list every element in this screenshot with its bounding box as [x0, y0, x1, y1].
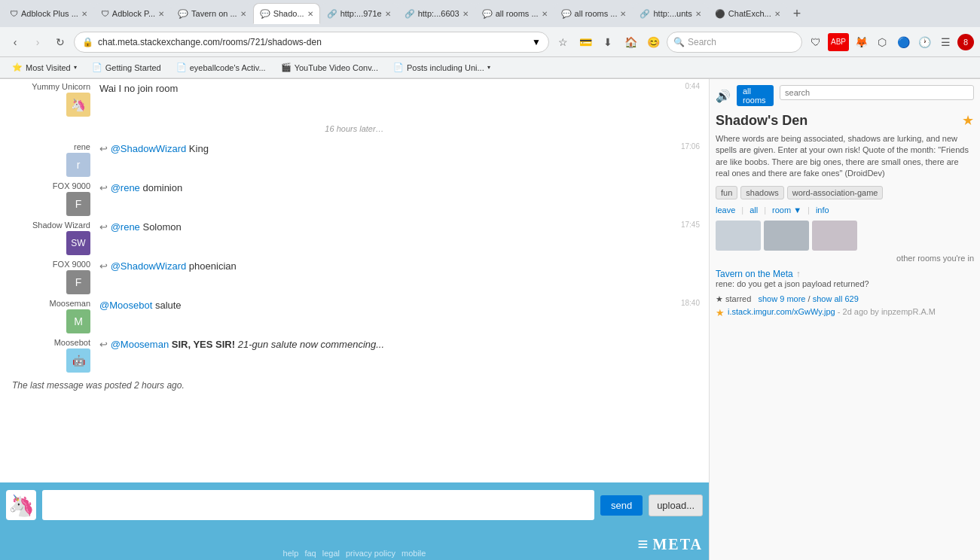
send-button[interactable]: send — [600, 495, 643, 516]
other-rooms-link[interactable]: other rooms you're in — [716, 254, 974, 263]
bookmark-label: eyeballcode's Activ... — [190, 63, 266, 72]
tab-shadows-den[interactable]: 💬 Shado... ✕ — [253, 3, 320, 24]
tab-allrooms2[interactable]: 💬 all rooms ... ✕ — [554, 3, 633, 24]
bookmark-icon: 📄 — [393, 62, 404, 72]
tab-close[interactable]: ✕ — [463, 10, 469, 18]
tab-close[interactable]: ✕ — [240, 10, 246, 18]
featured-room-link[interactable]: Tavern on the Meta — [716, 269, 793, 279]
message-body: ↩ @ShadowWizard phoenician — [96, 258, 703, 294]
chat-input[interactable] — [42, 490, 594, 520]
room-description: Where words are being associated, shadow… — [716, 133, 974, 180]
sidebar-search[interactable] — [780, 85, 974, 100]
tab-tavern[interactable]: 💬 Tavern on ... ✕ — [171, 3, 253, 24]
menu-button[interactable]: ☰ — [936, 33, 954, 51]
bookmark-icon: 📄 — [92, 62, 102, 72]
tab-label: all rooms ... — [575, 9, 618, 18]
faq-link[interactable]: faq — [304, 549, 316, 558]
reload-button[interactable]: ↻ — [51, 33, 69, 51]
page-content: Yummy Unicorn 🦄 0:44 Wai I no join room … — [0, 79, 980, 560]
tab-close[interactable]: ✕ — [81, 10, 87, 18]
tab-allrooms1[interactable]: 💬 all rooms ... ✕ — [475, 3, 554, 24]
bookmark-eyeballcode[interactable]: 📄 eyeballcode's Activ... — [170, 61, 272, 74]
url-bar[interactable]: 🔒 chat.meta.stackexchange.com/rooms/721/… — [74, 32, 549, 53]
avatar: F — [66, 270, 90, 294]
room-link[interactable]: room ▼ — [772, 205, 801, 215]
extension-icon1[interactable]: ⬡ — [873, 33, 891, 51]
tab-http1[interactable]: 🔗 http:...971e ✕ — [320, 3, 398, 24]
tab-close[interactable]: ✕ — [385, 10, 391, 18]
home-button[interactable]: 🏠 — [621, 33, 640, 51]
tab-close[interactable]: ✕ — [307, 10, 313, 18]
privacy-link[interactable]: privacy policy — [346, 549, 395, 558]
meta-logo: ≡ META — [637, 534, 703, 555]
address-bar: ‹ › ↻ 🔒 chat.meta.stackexchange.com/room… — [0, 27, 980, 57]
featured-room-name: Tavern on the Meta ↑ — [716, 269, 974, 279]
mobile-link[interactable]: mobile — [401, 549, 426, 558]
leave-link[interactable]: leave — [716, 205, 735, 215]
tab-http2[interactable]: 🔗 http:...6603 ✕ — [398, 3, 475, 24]
message-body: ↩ @rene dominion — [96, 180, 703, 216]
right-sidebar: 🔊 all rooms Shadow's Den ★ Where words a… — [709, 79, 980, 560]
link-separator: | — [741, 205, 743, 215]
tab-close[interactable]: ✕ — [158, 10, 164, 18]
upload-button[interactable]: upload... — [649, 495, 703, 516]
all-link[interactable]: all — [750, 205, 758, 215]
message-row: Yummy Unicorn 🦄 0:44 Wai I no join room — [0, 79, 709, 118]
legal-link[interactable]: legal — [322, 549, 340, 558]
tab-close[interactable]: ✕ — [774, 10, 780, 18]
history-icon[interactable]: 🕐 — [915, 33, 933, 51]
message-username: Mooseman — [50, 299, 90, 308]
bookmark-posts[interactable]: 📄 Posts including Uni... ▾ — [387, 61, 496, 74]
bookmark-icon: 📄 — [176, 62, 187, 72]
meta-logo-icon: ≡ — [637, 534, 648, 555]
room-name-row: Shadow's Den ★ — [716, 112, 974, 129]
tab-label: ChatExch... — [728, 9, 771, 18]
tab-close[interactable]: ✕ — [542, 10, 548, 18]
chat-input-container: 🦄 send upload... — [0, 482, 709, 528]
url-dropdown-icon[interactable]: ▼ — [532, 37, 541, 47]
browser-chrome: 🛡 Adblock Plus ... ✕ 🛡 Adblock P... ✕ 💬 … — [0, 0, 980, 79]
search-box[interactable]: 🔍 Search — [667, 32, 802, 53]
help-link[interactable]: help — [283, 549, 299, 558]
show-more-link[interactable]: show 9 more — [758, 294, 805, 303]
info-link[interactable]: info — [816, 205, 829, 215]
tab-favicon: 💬 — [482, 9, 493, 19]
all-rooms-tab[interactable]: all rooms — [737, 85, 774, 106]
tag-shadows[interactable]: shadows — [740, 186, 783, 199]
show-all-link[interactable]: show all 629 — [813, 294, 859, 303]
search-placeholder: Search — [688, 37, 716, 47]
new-tab-button[interactable]: + — [787, 3, 808, 25]
back-button[interactable]: ‹ — [6, 33, 24, 51]
tag-word-association[interactable]: word-association-game — [787, 186, 884, 199]
featured-room-activity: rene: do you get a json payload returned… — [716, 279, 974, 288]
message-user-col: Moosebot 🤖 — [6, 336, 96, 373]
tab-label: http:...6603 — [418, 9, 459, 18]
url-text: chat.meta.stackexchange.com/rooms/721/sh… — [98, 37, 527, 47]
tab-close[interactable]: ✕ — [695, 10, 701, 18]
message-user-col: Yummy Unicorn 🦄 — [6, 81, 96, 117]
bookmark-most-visited[interactable]: ⭐ Most Visited ▾ — [6, 61, 83, 74]
forward-button[interactable]: › — [29, 33, 47, 51]
profile-button[interactable]: 😊 — [644, 33, 662, 51]
room-star[interactable]: ★ — [962, 112, 974, 129]
tab-adblock2[interactable]: 🛡 Adblock P... ✕ — [94, 3, 171, 24]
meta-bar: help faq legal privacy policy mobile ≡ M… — [0, 528, 709, 560]
wallet-button[interactable]: 💳 — [576, 33, 594, 51]
adblock-icon2[interactable]: ABP — [828, 33, 849, 51]
extension-icon2[interactable]: 🔵 — [894, 33, 912, 51]
bookmark-getting-started[interactable]: 📄 Getting Started — [86, 61, 167, 74]
extension-badge[interactable]: 8 — [957, 34, 974, 50]
tab-chatexchange[interactable]: ⚫ ChatExch... ✕ — [708, 3, 787, 24]
bookmark-youtube[interactable]: 🎬 YouTube Video Conv... — [275, 61, 384, 74]
message-body: 0:44 Wai I no join room — [96, 81, 703, 117]
avatar: r — [66, 153, 90, 177]
bookmark-button[interactable]: ☆ — [554, 33, 572, 51]
starred-item-link[interactable]: i.stack.imgur.com/xGwWy.jpg — [728, 307, 835, 316]
tab-close[interactable]: ✕ — [620, 10, 626, 18]
firefox-icon[interactable]: 🦊 — [852, 33, 870, 51]
tab-adblock1[interactable]: 🛡 Adblock Plus ... ✕ — [3, 3, 94, 24]
adblock-icon1[interactable]: 🛡 — [807, 33, 825, 51]
tab-http3[interactable]: 🔗 http:...unts ✕ — [633, 3, 707, 24]
tag-fun[interactable]: fun — [716, 186, 737, 199]
download-button[interactable]: ⬇ — [599, 33, 617, 51]
